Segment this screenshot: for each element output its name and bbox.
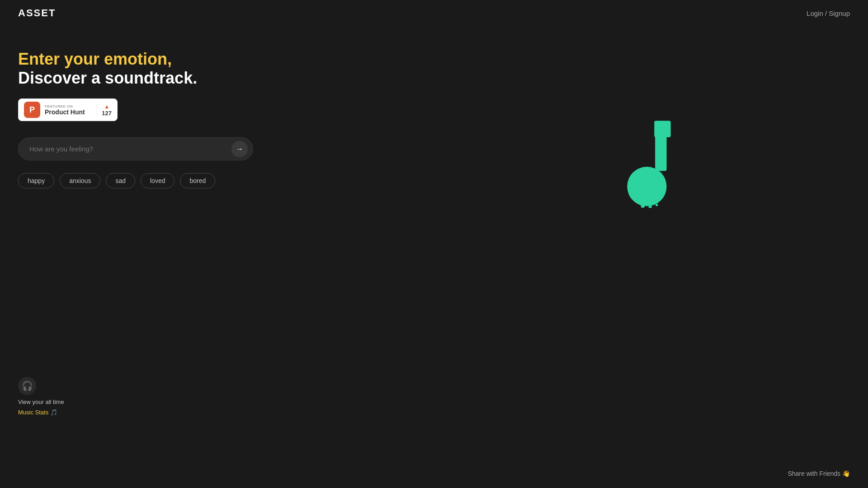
logo: ASSET <box>18 7 56 19</box>
emotion-tags: happyanxioussadlovedbored <box>18 173 253 188</box>
emotion-tag-sad[interactable]: sad <box>106 173 135 188</box>
emotion-tag-loved[interactable]: loved <box>141 173 175 188</box>
product-hunt-name: Product Hunt <box>45 108 85 116</box>
emotion-tag-bored[interactable]: bored <box>180 173 215 188</box>
share-with-friends-button[interactable]: Share with Friends 👋 <box>788 470 850 477</box>
svg-rect-1 <box>654 121 670 137</box>
svg-point-5 <box>656 204 658 206</box>
search-container: → <box>18 137 253 160</box>
headphones-icon: 🎧 <box>18 377 36 395</box>
headline-white: Discover a soundtrack. <box>18 69 253 88</box>
product-hunt-featured: FEATURED ON <box>45 104 85 108</box>
product-hunt-votes: ▲ 127 <box>97 103 112 117</box>
product-hunt-arrow-icon: ▲ <box>104 103 109 110</box>
product-hunt-count: 127 <box>102 110 112 117</box>
product-hunt-text: FEATURED ON Product Hunt <box>45 104 85 116</box>
music-stats-link[interactable]: Music Stats 🎵 <box>18 409 57 416</box>
music-stats: 🎧 View your all time Music Stats 🎵 <box>18 377 64 416</box>
emotion-tag-happy[interactable]: happy <box>18 173 54 188</box>
svg-point-2 <box>627 167 666 206</box>
music-illustration <box>615 117 687 210</box>
login-button[interactable]: Login / Signup <box>807 9 850 17</box>
main-content: Enter your emotion, Discover a soundtrac… <box>18 50 253 188</box>
emotion-tag-anxious[interactable]: anxious <box>60 173 100 188</box>
svg-point-3 <box>641 204 645 208</box>
search-input[interactable] <box>18 137 253 160</box>
stats-view-text: View your all time <box>18 399 64 405</box>
search-submit-button[interactable]: → <box>231 141 248 157</box>
product-hunt-badge[interactable]: P FEATURED ON Product Hunt ▲ 127 <box>18 99 118 121</box>
product-hunt-logo: P <box>24 102 40 118</box>
header: ASSET Login / Signup <box>0 0 868 26</box>
headline-yellow: Enter your emotion, <box>18 50 253 69</box>
music-note-svg <box>615 117 687 208</box>
